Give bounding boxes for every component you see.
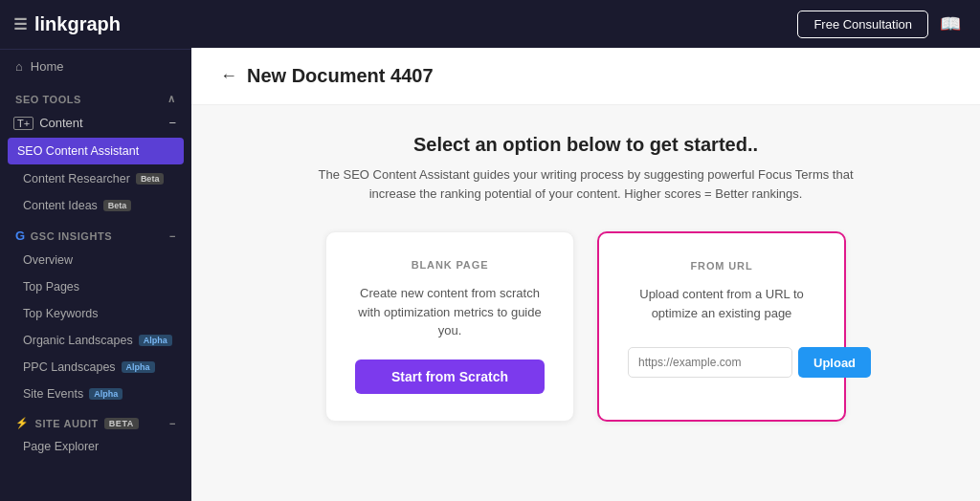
gsc-collapse-icon: − [169,230,176,242]
back-button[interactable]: ← [220,66,237,86]
from-url-card: FROM URL Upload content from a URL to op… [597,231,846,422]
content-ideas-badge: Beta [103,200,132,211]
blank-page-label: BLANK PAGE [412,259,489,271]
sidebar-item-content-ideas[interactable]: Content Ideas Beta [0,192,191,219]
sidebar-item-site-events[interactable]: Site Events Alpha [0,381,191,407]
free-consultation-button[interactable]: Free Consultation [797,11,928,38]
sidebar-item-organic-landscapes[interactable]: Organic Landscapes Alpha [0,327,191,354]
top-keywords-label: Top Keywords [23,307,99,320]
main-area: Free Consultation 📖 ← New Document 4407 … [191,0,980,501]
site-audit-icon: ⚡ [15,417,30,429]
logo-text: linkgraph [34,13,121,35]
sidebar-item-top-keywords[interactable]: Top Keywords [0,300,191,327]
home-icon: ⌂ [15,59,23,74]
page-title: New Document 4407 [247,65,434,87]
main-content: Select an option below to get started.. … [191,105,980,501]
sidebar-item-content-researcher[interactable]: Content Researcher Beta [0,165,191,192]
cards-row: BLANK PAGE Create new content from scrat… [230,231,942,422]
main-description: The SEO Content Assistant guides your wr… [299,165,873,203]
content-group-label: Content [39,116,163,130]
topbar: Free Consultation 📖 [191,0,980,48]
content-group-header[interactable]: T+ Content − [0,109,191,137]
content-ideas-label: Content Ideas [23,199,98,212]
sidebar-item-top-pages[interactable]: Top Pages [0,273,191,300]
collapse-icon: − [168,116,176,130]
blank-page-card: BLANK PAGE Create new content from scrat… [325,231,574,422]
ppc-landscapes-badge: Alpha [122,361,155,373]
site-audit-header[interactable]: ⚡ Site Audit Beta − [0,407,191,433]
site-audit-collapse-icon: − [169,418,176,429]
site-events-badge: Alpha [89,388,122,400]
main-heading: Select an option below to get started.. [230,134,942,156]
site-audit-badge: Beta [104,418,139,429]
content-type-icon: T+ [13,117,33,130]
gsc-insights-header[interactable]: G GSC Insights − [0,219,191,247]
top-pages-label: Top Pages [23,280,79,294]
content-researcher-badge: Beta [136,173,165,185]
page-explorer-label: Page Explorer [23,440,99,453]
seo-tools-label: SEO TOOLS [15,94,81,105]
start-scratch-button[interactable]: Start from Scratch [355,359,545,394]
sidebar-item-seo-content-assistant[interactable]: SEO Content Assistant [8,138,184,164]
from-url-description: Upload content from a URL to optimize an… [628,285,815,322]
seo-tools-header[interactable]: SEO TOOLS ∧ [0,83,191,109]
content-researcher-label: Content Researcher [23,172,130,185]
sidebar-item-home[interactable]: ⌂ Home [0,50,191,83]
logo[interactable]: ☰ linkgraph [0,0,191,50]
url-input[interactable] [628,347,792,378]
ppc-landscapes-label: PPC Landscapes [23,360,116,374]
sidebar-item-page-explorer[interactable]: Page Explorer [0,433,191,460]
site-events-label: Site Events [23,387,83,401]
page-header: ← New Document 4407 [191,48,980,105]
home-label: Home [31,59,64,74]
seo-content-assistant-label: SEO Content Assistant [17,144,139,158]
upload-button[interactable]: Upload [798,347,871,378]
overview-label: Overview [23,253,73,267]
sidebar-item-ppc-landscapes[interactable]: PPC Landscapes Alpha [0,354,191,381]
from-url-label: FROM URL [690,260,752,272]
book-icon: 📖 [940,13,961,34]
sidebar: ☰ linkgraph ⌂ Home SEO TOOLS ∧ T+ Conten… [0,0,191,501]
sidebar-item-overview[interactable]: Overview [0,247,191,273]
organic-landscapes-badge: Alpha [139,335,172,346]
google-icon: G [15,229,26,243]
menu-icon: ☰ [13,15,27,33]
organic-landscapes-label: Organic Landscapes [23,334,133,347]
gsc-insights-label: GSC Insights [31,230,112,242]
site-audit-label: Site Audit [35,418,99,429]
blank-page-description: Create new content from scratch with opt… [355,284,545,340]
url-input-row: Upload [628,347,815,378]
chevron-up-icon: ∧ [167,93,176,105]
